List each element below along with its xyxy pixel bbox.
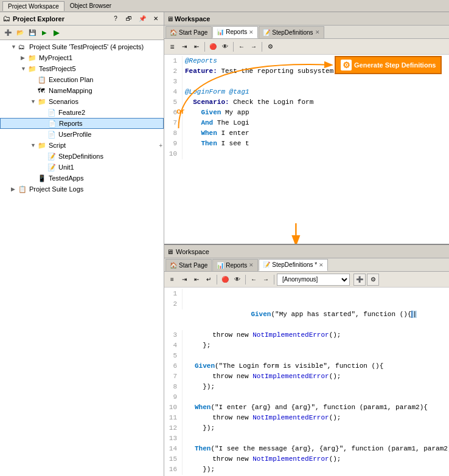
close-reports-bottom-tab[interactable]: ✕ — [249, 262, 254, 268]
tab-reports-bottom[interactable]: 📊 Reports ✕ — [212, 259, 258, 271]
bottom-line-2: 2 Given("My app has started", function (… — [164, 299, 449, 330]
project-tree: ▼ 🗂 Project Suite 'TestProject5' (4 proj… — [0, 40, 164, 476]
bottom-line-15: 15 throw new NotImplementedError(); — [164, 454, 449, 464]
close-stepdefs-bottom-tab[interactable]: ✕ — [319, 262, 324, 268]
reports-tab-icon: 📊 — [217, 29, 224, 35]
tree-project-suite-logs[interactable]: ▶ 📋 Project Suite Logs — [0, 184, 164, 195]
bottom-line-12: 12 }); — [164, 423, 449, 433]
bottom-line-4: 4 }; — [164, 340, 449, 351]
toolbar-back[interactable]: ← — [236, 41, 247, 52]
tree-script[interactable]: ▼ 📁 Script + — [0, 140, 164, 151]
bottom-line-6: 6 Given("The Login form is visible", fun… — [164, 361, 449, 371]
tab-reports-top[interactable]: 📊 Reports ✕ — [212, 26, 258, 38]
generate-step-definitions-btn[interactable]: ⚙ Generate Step Definitions — [335, 56, 442, 74]
tree-unit1[interactable]: 📝 Unit1 — [0, 162, 164, 173]
code-line-7: 7 And The Logi — [164, 118, 449, 128]
tree-stepdefinitions[interactable]: 📝 StepDefinitions — [0, 151, 164, 162]
or-label: or — [176, 106, 184, 116]
restore-btn[interactable]: 🗗 — [124, 13, 134, 24]
bottom-settings-btn[interactable]: ⚙ — [367, 274, 379, 286]
pin-btn[interactable]: 📌 — [137, 13, 148, 24]
tab-stepdefinitions-top[interactable]: 📝 StepDefinitions ✕ — [259, 26, 324, 38]
tab-project-workspace[interactable]: Project Workspace — [2, 1, 64, 11]
bottom-line-3: 3 throw new NotImplementedError(); — [164, 330, 449, 340]
add-method-btn[interactable]: ➕ — [353, 274, 366, 286]
tree-testedapps[interactable]: 📱 TestedApps — [0, 173, 164, 184]
stepdefs-tab-icon: 📝 — [263, 29, 270, 36]
run-green-btn[interactable]: ▶ — [51, 27, 62, 38]
code-line-9: 9 Then I see t — [164, 139, 449, 149]
code-line-10: 10 — [164, 149, 449, 159]
bottom-line-14: 14 Then("I see the message {arg}, {arg}"… — [164, 444, 449, 454]
bottom-line-9: 9 — [164, 392, 449, 402]
code-line-8: 8 When I enter — [164, 128, 449, 139]
tree-namemapping[interactable]: 🗺 NameMapping — [0, 85, 164, 96]
bottom-line-1: 1 — [164, 289, 449, 299]
tab-start-page-bottom[interactable]: 🏠 Start Page — [165, 259, 212, 271]
tree-project-suite[interactable]: ▼ 🗂 Project Suite 'TestProject5' (4 proj… — [0, 41, 164, 52]
help-btn[interactable]: ? — [110, 13, 121, 24]
tree-myproject1[interactable]: ▶ 📁 MyProject1 — [0, 52, 164, 63]
toolbar-settings[interactable]: ⚙ — [265, 41, 276, 52]
toolbar-watch[interactable]: 👁 — [220, 41, 231, 52]
top-editor: 1 @Reports 2 Feature: Test the reporting… — [164, 55, 449, 244]
toolbar-breakpoint[interactable]: 🔴 — [207, 41, 218, 52]
tree-feature2[interactable]: 📄 Feature2 — [0, 107, 164, 118]
workspace-icon: 🖥 — [167, 15, 173, 22]
tree-reports[interactable]: 📄 Reports — [0, 118, 164, 129]
bottom-editor[interactable]: 1 2 Given("My app has started", function… — [164, 288, 449, 476]
bottom-toolbar-back[interactable]: ← — [248, 274, 259, 285]
start-page-icon: 🏠 — [170, 29, 177, 36]
save-btn[interactable]: 💾 — [27, 27, 38, 38]
workspace-bottom-icon: 🖥 — [167, 248, 173, 255]
tab-start-page-top[interactable]: 🏠 Start Page — [165, 26, 212, 38]
code-line-4: 4 @LoginForm @tag1 — [164, 87, 449, 97]
tab-object-browser[interactable]: Object Browser — [64, 1, 117, 11]
toolbar-forward[interactable]: → — [248, 41, 259, 52]
bottom-toolbar-indent[interactable]: ⇥ — [179, 274, 190, 285]
anonymous-dropdown[interactable]: [Anonymous] — [277, 274, 350, 286]
workspace-bottom-title: Workspace — [176, 248, 209, 255]
start-page-bottom-icon: 🏠 — [170, 262, 177, 269]
reports-bottom-icon: 📊 — [217, 262, 224, 269]
run-btn[interactable]: ▶ — [39, 27, 50, 38]
bottom-toolbar-break[interactable]: 🔴 — [220, 274, 231, 285]
bottom-toolbar-outdent[interactable]: ⇤ — [191, 274, 202, 285]
open-btn[interactable]: 📂 — [15, 27, 26, 38]
bottom-line-5: 5 — [164, 351, 449, 361]
generate-icon: ⚙ — [341, 60, 352, 71]
close-stepdefs-tab[interactable]: ✕ — [315, 29, 320, 35]
bottom-toolbar-align[interactable]: ≡ — [167, 274, 178, 285]
bottom-line-7: 7 throw new NotImplementedError(); — [164, 371, 449, 382]
bottom-toolbar-watch[interactable]: 👁 — [232, 274, 243, 285]
toolbar-outdent[interactable]: ⇤ — [191, 41, 202, 52]
close-reports-tab[interactable]: ✕ — [249, 29, 254, 35]
bottom-line-16: 16 }); — [164, 464, 449, 475]
bottom-line-8: 8 }); — [164, 382, 449, 392]
close-panel-btn[interactable]: ✕ — [150, 13, 161, 24]
tree-execution-plan[interactable]: 📋 Execution Plan — [0, 74, 164, 85]
toolbar-align-left[interactable]: ≡ — [167, 41, 178, 52]
workspace-top-title: Workspace — [175, 15, 211, 22]
tree-testproject5[interactable]: ▼ 📁 TestProject5 — [0, 63, 164, 74]
code-line-3: 3 — [164, 77, 449, 87]
tab-stepdefinitions-bottom[interactable]: 📝 StepDefinitions * ✕ — [259, 259, 328, 271]
tree-userprofile[interactable]: 📄 UserProfile — [0, 129, 164, 140]
panel-title: Project Explorer — [13, 15, 108, 22]
stepdefs-bottom-icon: 📝 — [263, 261, 270, 268]
new-item-btn[interactable]: ➕ — [2, 27, 13, 38]
bottom-line-10: 10 When("I enter {arg} and {arg}", funct… — [164, 402, 449, 413]
bottom-line-11: 11 throw new NotImplementedError(); — [164, 413, 449, 423]
code-line-5: 5 Scenario: Check the Login form — [164, 97, 449, 108]
bottom-toolbar-wrap[interactable]: ↵ — [203, 274, 214, 285]
toolbar-indent[interactable]: ⇥ — [179, 41, 190, 52]
bottom-line-13: 13 — [164, 433, 449, 444]
project-explorer-icon: 🗂 — [2, 14, 10, 23]
tree-scenarios[interactable]: ▼ 📁 Scenarios — [0, 96, 164, 107]
bottom-toolbar-forward[interactable]: → — [260, 274, 271, 285]
code-line-6: 6 Given My app — [164, 108, 449, 118]
